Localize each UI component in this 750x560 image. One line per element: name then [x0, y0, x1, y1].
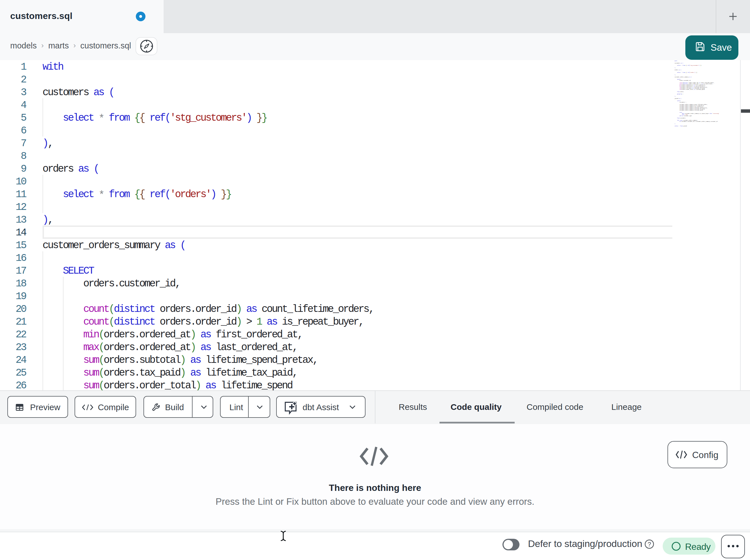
- svg-text:?: ?: [648, 541, 651, 548]
